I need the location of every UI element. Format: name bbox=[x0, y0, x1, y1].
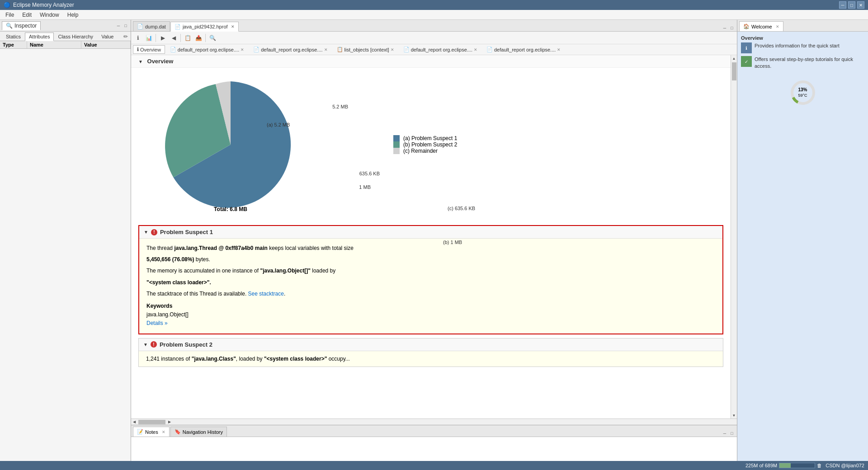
notes-close-icon[interactable]: ✕ bbox=[162, 430, 165, 434]
report4-close-icon[interactable]: ✕ bbox=[557, 47, 561, 52]
report1-close-icon[interactable]: ✕ bbox=[241, 47, 244, 52]
chart-size-label-c: 635.6 KB bbox=[359, 171, 380, 176]
overview-collapse-arrow[interactable]: ▼ bbox=[138, 59, 143, 64]
notes-icon: 📝 bbox=[137, 429, 143, 435]
suspect-1-line-5: The stacktrace of this Thread is availab… bbox=[146, 290, 715, 298]
tab-dump-dat[interactable]: 📄 dump.dat bbox=[133, 21, 170, 31]
sub-tab-list-objects[interactable]: 📋 list_objects [context] ✕ bbox=[333, 45, 398, 54]
tab-class-hierarchy[interactable]: Class Hierarchy bbox=[54, 33, 97, 41]
toolbar-separator-1 bbox=[156, 34, 156, 42]
close-window-button[interactable]: ✕ bbox=[857, 1, 864, 9]
back-toolbar-button[interactable]: ◀ bbox=[169, 33, 179, 43]
welcome-tab-icon: 🏠 bbox=[743, 24, 750, 29]
edit-icon[interactable]: ✏ bbox=[123, 33, 128, 40]
menu-edit[interactable]: Edit bbox=[19, 11, 35, 19]
check-icon: ✓ bbox=[745, 59, 748, 64]
list-objects-icon: 📋 bbox=[337, 47, 343, 52]
app-title: Eclipse Memory Analyzer bbox=[13, 2, 74, 8]
suspect-2-content: 1,241 instances of "java.lang.Class", lo… bbox=[139, 351, 723, 367]
details-link[interactable]: Details » bbox=[146, 320, 168, 326]
sub-tab-report-2[interactable]: 📄 default_report org.eclipse.... ✕ bbox=[249, 45, 331, 54]
memory-icon[interactable]: 🗑 bbox=[817, 463, 822, 468]
suspect-1-collapse-icon[interactable]: ▼ bbox=[144, 230, 148, 235]
inspector-tabs: Statics Attributes Class Hierarchy Value… bbox=[0, 32, 131, 41]
tab-attributes[interactable]: Attributes bbox=[25, 33, 54, 41]
export-toolbar-button[interactable]: 📋 bbox=[183, 33, 193, 43]
list-objects-close-icon[interactable]: ✕ bbox=[391, 47, 394, 52]
menu-window[interactable]: Window bbox=[36, 11, 63, 19]
welcome-content: Overview ℹ Provides information for the … bbox=[737, 32, 868, 470]
report3-close-icon[interactable]: ✕ bbox=[474, 47, 477, 52]
chart-size-label-a: 5.2 MB bbox=[332, 104, 348, 109]
welcome-close-icon[interactable]: ✕ bbox=[776, 24, 779, 29]
sub-tab-report-3[interactable]: 📄 default_report org.eclipse.... ✕ bbox=[399, 45, 481, 54]
menu-help[interactable]: Help bbox=[64, 11, 82, 19]
suspect-1-line-2: 5,450,656 (76.08%) bytes. bbox=[146, 255, 715, 264]
welcome-tab-label: Welcome bbox=[751, 24, 772, 29]
hprof-close-icon[interactable]: ✕ bbox=[231, 24, 235, 29]
titlebar-left: 🔵 Eclipse Memory Analyzer bbox=[4, 2, 74, 8]
inspector-table-header: Type Name Value bbox=[0, 41, 131, 49]
notes-label: Notes bbox=[145, 429, 158, 435]
suspect-1-loader: "<system class loader>". bbox=[146, 279, 211, 286]
horizontal-scrollbar[interactable]: ◀ ▶ bbox=[131, 418, 737, 425]
suspect-2-class: "java.lang.Class" bbox=[192, 356, 236, 362]
scroll-down-arrow[interactable]: ▼ bbox=[731, 412, 737, 418]
run-toolbar-button[interactable]: ▶ bbox=[158, 33, 168, 43]
status-user: CSDN @lijian072 bbox=[826, 463, 864, 468]
suspect-1-header[interactable]: ▼ ! Problem Suspect 1 bbox=[139, 226, 722, 239]
tab-notes[interactable]: 📝 Notes ✕ bbox=[133, 427, 170, 437]
sub-tab-report-1[interactable]: 📄 default_report org.eclipse.... ✕ bbox=[166, 45, 248, 54]
legend-item-c: (c) Remainder bbox=[393, 148, 457, 154]
main-panel-maximize[interactable]: □ bbox=[729, 25, 735, 31]
legend-color-b bbox=[393, 141, 400, 148]
bottom-panel-maximize[interactable]: □ bbox=[729, 430, 735, 437]
minimize-button[interactable]: ─ bbox=[839, 1, 846, 9]
tab-statics[interactable]: Statics bbox=[2, 33, 25, 41]
sub-tab-bar: ℹ Overview 📄 default_report org.eclipse.… bbox=[131, 44, 737, 55]
menu-file[interactable]: File bbox=[2, 11, 18, 19]
export2-toolbar-button[interactable]: 📤 bbox=[193, 33, 203, 43]
main-panel-minimize[interactable]: ─ bbox=[722, 25, 728, 31]
scroll-right-arrow[interactable]: ▶ bbox=[166, 419, 173, 425]
suspect-2-header[interactable]: ▼ ! Problem Suspect 2 bbox=[139, 338, 723, 351]
chart-toolbar-button[interactable]: 📊 bbox=[144, 33, 154, 43]
search-toolbar-button[interactable]: 🔍 bbox=[208, 33, 217, 43]
scroll-thumb[interactable] bbox=[732, 62, 736, 80]
keywords-section: Keywords java.lang.Object[] Details » bbox=[146, 302, 715, 328]
info-toolbar-button[interactable]: ℹ bbox=[133, 33, 143, 43]
suspect-2-collapse-icon[interactable]: ▼ bbox=[143, 342, 148, 347]
inspector-tab-controls: ─ □ bbox=[115, 23, 129, 29]
suspect-1-size: 5,450,656 (76.08%) bbox=[146, 256, 194, 263]
tab-value[interactable]: Value bbox=[97, 33, 118, 41]
menubar: File Edit Window Help bbox=[0, 10, 868, 20]
info-circle-icon: ℹ bbox=[745, 46, 747, 51]
inspector-maximize-button[interactable]: □ bbox=[123, 23, 129, 29]
inspector-minimize-button[interactable]: ─ bbox=[115, 23, 122, 29]
suspect-2-preview: 1,241 instances of "java.lang.Class", lo… bbox=[146, 355, 716, 363]
h-scroll-thumb[interactable] bbox=[138, 420, 165, 424]
chart-legend: (a) Problem Suspect 1 (b) Problem Suspec… bbox=[393, 135, 457, 154]
maximize-button[interactable]: □ bbox=[848, 1, 855, 9]
see-stacktrace-link[interactable]: See stacktrace bbox=[248, 291, 284, 297]
bottom-panel-minimize[interactable]: ─ bbox=[722, 430, 728, 437]
legend-label-a: (a) Problem Suspect 1 bbox=[403, 135, 457, 141]
gauge-text: 13% 59°C bbox=[798, 87, 807, 98]
scroll-up-arrow[interactable]: ▲ bbox=[731, 55, 737, 61]
inspector-tab[interactable]: 🔍 Inspector bbox=[2, 21, 41, 30]
chart-size-label-b: 1 MB bbox=[359, 184, 371, 190]
memory-fill bbox=[779, 463, 791, 468]
right-scrollbar[interactable]: ▲ ▼ bbox=[731, 55, 737, 418]
main-container: 🔍 Inspector ─ □ Statics Attributes Class… bbox=[0, 20, 868, 470]
main-content[interactable]: ▼ Overview bbox=[131, 55, 731, 418]
content-with-scroll: ▼ Overview bbox=[131, 55, 737, 425]
main-tab-bar: 📄 dump.dat 📄 java_pid29432.hprof ✕ ─ □ bbox=[131, 20, 737, 32]
report2-close-icon[interactable]: ✕ bbox=[324, 47, 328, 52]
sub-tab-overview[interactable]: ℹ Overview bbox=[133, 45, 165, 54]
sub-tab-report-4[interactable]: 📄 default_report org.eclipse.... ✕ bbox=[482, 45, 565, 54]
scroll-left-arrow[interactable]: ◀ bbox=[131, 419, 137, 425]
tab-hprof[interactable]: 📄 java_pid29432.hprof ✕ bbox=[170, 22, 239, 32]
legend-item-a: (a) Problem Suspect 1 bbox=[393, 135, 457, 141]
tab-welcome[interactable]: 🏠 Welcome ✕ bbox=[739, 21, 783, 31]
tab-navigation-history[interactable]: 🔖 Navigation History bbox=[170, 427, 227, 437]
